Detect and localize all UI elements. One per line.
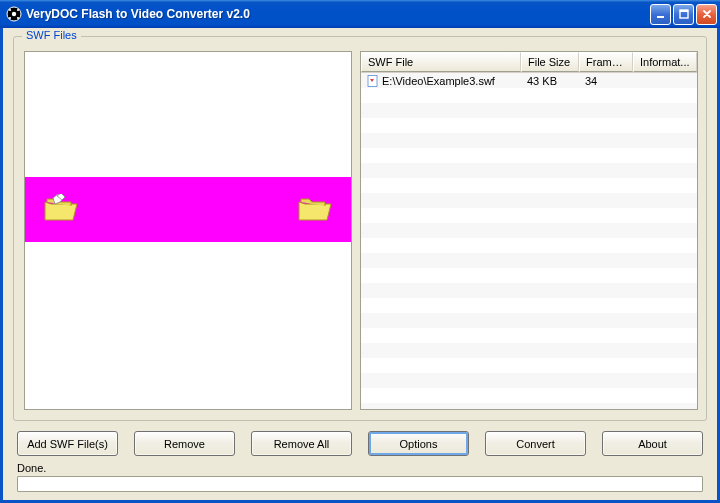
- window-title: VeryDOC Flash to Video Converter v2.0: [26, 7, 650, 21]
- status-area: Done.: [13, 462, 707, 494]
- cell-size: 43 KB: [527, 75, 557, 87]
- folder-icon: [297, 194, 333, 224]
- svg-point-5: [17, 17, 19, 19]
- swf-files-group: SWF Files: [13, 36, 707, 421]
- column-information[interactable]: Informat...: [633, 52, 697, 72]
- table-row[interactable]: E:\Video\Example3.swf 43 KB 34: [361, 73, 697, 88]
- file-list[interactable]: SWF File File Size Frame ... Informat...: [360, 51, 698, 410]
- status-text: Done.: [17, 462, 703, 474]
- swf-stage: [25, 177, 351, 242]
- column-frame[interactable]: Frame ...: [579, 52, 633, 72]
- titlebar: VeryDOC Flash to Video Converter v2.0: [0, 0, 720, 28]
- app-icon: [6, 6, 22, 22]
- svg-point-3: [17, 9, 19, 11]
- maximize-button[interactable]: [673, 4, 694, 25]
- progress-bar: [17, 476, 703, 492]
- swf-preview: [24, 51, 352, 410]
- cell-path: E:\Video\Example3.swf: [382, 75, 495, 87]
- list-body: E:\Video\Example3.swf 43 KB 34: [361, 73, 697, 409]
- list-header: SWF File File Size Frame ... Informat...: [361, 52, 697, 73]
- column-file-size[interactable]: File Size: [521, 52, 579, 72]
- window-controls: [650, 4, 717, 25]
- add-swf-button[interactable]: Add SWF File(s): [17, 431, 118, 456]
- close-button[interactable]: [696, 4, 717, 25]
- cell-frame: 34: [585, 75, 597, 87]
- about-button[interactable]: About: [602, 431, 703, 456]
- group-label: SWF Files: [22, 29, 81, 41]
- swf-file-icon: [367, 75, 379, 87]
- minimize-button[interactable]: [650, 4, 671, 25]
- options-button[interactable]: Options: [368, 431, 469, 456]
- column-swf-file[interactable]: SWF File: [361, 52, 521, 72]
- remove-all-button[interactable]: Remove All: [251, 431, 352, 456]
- folder-open-icon: [43, 194, 79, 224]
- remove-button[interactable]: Remove: [134, 431, 235, 456]
- svg-rect-6: [657, 16, 664, 18]
- svg-point-4: [9, 17, 11, 19]
- svg-point-1: [12, 12, 16, 16]
- button-row: Add SWF File(s) Remove Remove All Option…: [13, 421, 707, 462]
- svg-rect-8: [680, 10, 688, 12]
- convert-button[interactable]: Convert: [485, 431, 586, 456]
- client-area: SWF Files: [0, 28, 720, 503]
- row-stripes: [361, 73, 697, 409]
- svg-point-2: [9, 9, 11, 11]
